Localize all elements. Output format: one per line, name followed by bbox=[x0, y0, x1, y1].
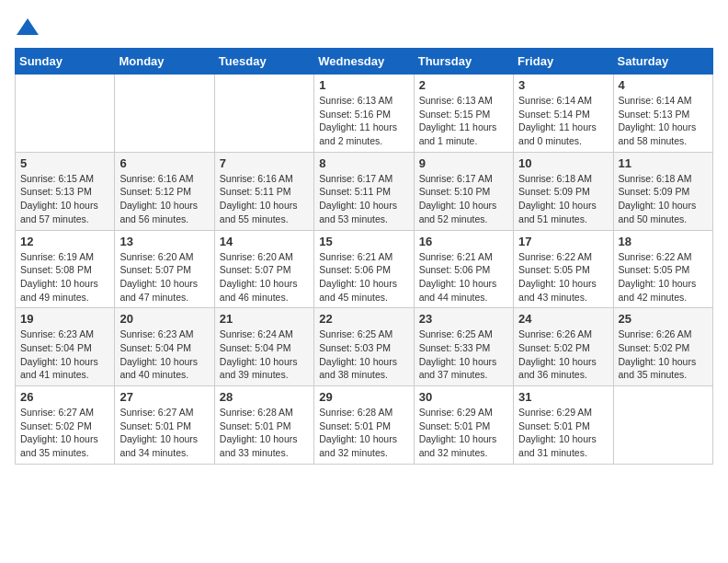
calendar-cell: 2Sunrise: 6:13 AM Sunset: 5:15 PM Daylig… bbox=[414, 75, 513, 153]
calendar-cell: 11Sunrise: 6:18 AM Sunset: 5:09 PM Dayli… bbox=[613, 152, 712, 230]
day-number: 12 bbox=[20, 235, 109, 248]
day-info: Sunrise: 6:25 AM Sunset: 5:03 PM Dayligh… bbox=[319, 327, 408, 382]
col-header-friday: Friday bbox=[514, 49, 613, 75]
col-header-sunday: Sunday bbox=[16, 49, 115, 75]
day-number: 2 bbox=[419, 78, 508, 92]
calendar-week-row: 19Sunrise: 6:23 AM Sunset: 5:04 PM Dayli… bbox=[16, 308, 713, 386]
day-number: 13 bbox=[119, 235, 209, 248]
calendar-cell: 20Sunrise: 6:23 AM Sunset: 5:04 PM Dayli… bbox=[115, 308, 214, 386]
day-number: 1 bbox=[319, 78, 408, 92]
calendar-cell: 25Sunrise: 6:26 AM Sunset: 5:02 PM Dayli… bbox=[613, 308, 712, 386]
day-number: 21 bbox=[220, 312, 309, 326]
calendar-cell bbox=[115, 75, 214, 153]
day-info: Sunrise: 6:15 AM Sunset: 5:13 PM Dayligh… bbox=[20, 172, 109, 226]
day-info: Sunrise: 6:26 AM Sunset: 5:02 PM Dayligh… bbox=[518, 327, 608, 382]
day-info: Sunrise: 6:17 AM Sunset: 5:11 PM Dayligh… bbox=[319, 172, 408, 226]
day-info: Sunrise: 6:23 AM Sunset: 5:04 PM Dayligh… bbox=[119, 327, 209, 382]
calendar-cell: 3Sunrise: 6:14 AM Sunset: 5:14 PM Daylig… bbox=[514, 75, 613, 153]
day-info: Sunrise: 6:16 AM Sunset: 5:11 PM Dayligh… bbox=[220, 172, 309, 226]
day-number: 3 bbox=[518, 78, 608, 92]
day-number: 16 bbox=[419, 235, 508, 248]
day-number: 8 bbox=[319, 156, 408, 170]
day-number: 28 bbox=[220, 390, 309, 404]
day-number: 6 bbox=[119, 156, 209, 170]
day-info: Sunrise: 6:13 AM Sunset: 5:16 PM Dayligh… bbox=[319, 94, 408, 148]
calendar-table: SundayMondayTuesdayWednesdayThursdayFrid… bbox=[15, 48, 713, 465]
calendar-cell: 17Sunrise: 6:22 AM Sunset: 5:05 PM Dayli… bbox=[514, 230, 613, 308]
logo bbox=[15, 15, 44, 40]
day-info: Sunrise: 6:28 AM Sunset: 5:01 PM Dayligh… bbox=[319, 406, 408, 460]
day-number: 30 bbox=[419, 390, 508, 404]
calendar-cell: 7Sunrise: 6:16 AM Sunset: 5:11 PM Daylig… bbox=[214, 152, 313, 230]
day-number: 31 bbox=[518, 390, 608, 404]
col-header-thursday: Thursday bbox=[414, 49, 513, 75]
calendar-cell: 10Sunrise: 6:18 AM Sunset: 5:09 PM Dayli… bbox=[514, 152, 613, 230]
calendar-week-row: 26Sunrise: 6:27 AM Sunset: 5:02 PM Dayli… bbox=[16, 386, 713, 465]
day-info: Sunrise: 6:29 AM Sunset: 5:01 PM Dayligh… bbox=[419, 406, 508, 460]
calendar-cell: 9Sunrise: 6:17 AM Sunset: 5:10 PM Daylig… bbox=[414, 152, 513, 230]
day-info: Sunrise: 6:29 AM Sunset: 5:01 PM Dayligh… bbox=[518, 406, 608, 460]
day-number: 11 bbox=[619, 156, 708, 170]
day-info: Sunrise: 6:14 AM Sunset: 5:14 PM Dayligh… bbox=[518, 94, 608, 148]
calendar-cell: 31Sunrise: 6:29 AM Sunset: 5:01 PM Dayli… bbox=[514, 386, 613, 465]
page-header bbox=[15, 15, 713, 40]
day-number: 23 bbox=[419, 312, 508, 326]
logo-icon bbox=[15, 15, 40, 40]
calendar-cell: 8Sunrise: 6:17 AM Sunset: 5:11 PM Daylig… bbox=[314, 152, 414, 230]
calendar-cell: 18Sunrise: 6:22 AM Sunset: 5:05 PM Dayli… bbox=[613, 230, 712, 308]
col-header-tuesday: Tuesday bbox=[214, 49, 313, 75]
calendar-cell: 21Sunrise: 6:24 AM Sunset: 5:04 PM Dayli… bbox=[214, 308, 313, 386]
day-number: 9 bbox=[419, 156, 508, 170]
day-number: 19 bbox=[20, 312, 109, 326]
col-header-monday: Monday bbox=[115, 49, 214, 75]
calendar-cell: 14Sunrise: 6:20 AM Sunset: 5:07 PM Dayli… bbox=[214, 230, 313, 308]
day-info: Sunrise: 6:19 AM Sunset: 5:08 PM Dayligh… bbox=[20, 250, 109, 304]
day-info: Sunrise: 6:26 AM Sunset: 5:02 PM Dayligh… bbox=[619, 327, 708, 382]
calendar-cell: 30Sunrise: 6:29 AM Sunset: 5:01 PM Dayli… bbox=[414, 386, 513, 465]
day-info: Sunrise: 6:13 AM Sunset: 5:15 PM Dayligh… bbox=[419, 94, 508, 148]
calendar-cell bbox=[613, 386, 712, 465]
day-info: Sunrise: 6:21 AM Sunset: 5:06 PM Dayligh… bbox=[419, 250, 508, 304]
day-info: Sunrise: 6:24 AM Sunset: 5:04 PM Dayligh… bbox=[220, 327, 309, 382]
calendar-cell: 24Sunrise: 6:26 AM Sunset: 5:02 PM Dayli… bbox=[514, 308, 613, 386]
day-info: Sunrise: 6:25 AM Sunset: 5:33 PM Dayligh… bbox=[419, 327, 508, 382]
calendar-cell: 1Sunrise: 6:13 AM Sunset: 5:16 PM Daylig… bbox=[314, 75, 414, 153]
day-info: Sunrise: 6:27 AM Sunset: 5:02 PM Dayligh… bbox=[20, 406, 109, 460]
calendar-cell: 16Sunrise: 6:21 AM Sunset: 5:06 PM Dayli… bbox=[414, 230, 513, 308]
day-number: 26 bbox=[20, 390, 109, 404]
day-number: 24 bbox=[518, 312, 608, 326]
calendar-cell: 6Sunrise: 6:16 AM Sunset: 5:12 PM Daylig… bbox=[115, 152, 214, 230]
calendar-week-row: 5Sunrise: 6:15 AM Sunset: 5:13 PM Daylig… bbox=[16, 152, 713, 230]
day-number: 14 bbox=[220, 235, 309, 248]
calendar-cell: 12Sunrise: 6:19 AM Sunset: 5:08 PM Dayli… bbox=[16, 230, 115, 308]
day-number: 18 bbox=[619, 235, 708, 248]
calendar-cell: 29Sunrise: 6:28 AM Sunset: 5:01 PM Dayli… bbox=[314, 386, 414, 465]
day-number: 4 bbox=[619, 78, 708, 92]
day-number: 10 bbox=[518, 156, 608, 170]
calendar-cell: 5Sunrise: 6:15 AM Sunset: 5:13 PM Daylig… bbox=[16, 152, 115, 230]
calendar-cell bbox=[16, 75, 115, 153]
calendar-cell: 22Sunrise: 6:25 AM Sunset: 5:03 PM Dayli… bbox=[314, 308, 414, 386]
day-info: Sunrise: 6:14 AM Sunset: 5:13 PM Dayligh… bbox=[619, 94, 708, 148]
day-info: Sunrise: 6:27 AM Sunset: 5:01 PM Dayligh… bbox=[119, 406, 209, 460]
calendar-cell bbox=[214, 75, 313, 153]
day-number: 27 bbox=[119, 390, 209, 404]
calendar-cell: 23Sunrise: 6:25 AM Sunset: 5:33 PM Dayli… bbox=[414, 308, 513, 386]
day-number: 25 bbox=[619, 312, 708, 326]
day-info: Sunrise: 6:28 AM Sunset: 5:01 PM Dayligh… bbox=[220, 406, 309, 460]
day-info: Sunrise: 6:20 AM Sunset: 5:07 PM Dayligh… bbox=[119, 250, 209, 304]
calendar-cell: 27Sunrise: 6:27 AM Sunset: 5:01 PM Dayli… bbox=[115, 386, 214, 465]
calendar-cell: 4Sunrise: 6:14 AM Sunset: 5:13 PM Daylig… bbox=[613, 75, 712, 153]
day-info: Sunrise: 6:17 AM Sunset: 5:10 PM Dayligh… bbox=[419, 172, 508, 226]
day-info: Sunrise: 6:21 AM Sunset: 5:06 PM Dayligh… bbox=[319, 250, 408, 304]
day-info: Sunrise: 6:22 AM Sunset: 5:05 PM Dayligh… bbox=[619, 250, 708, 304]
calendar-cell: 26Sunrise: 6:27 AM Sunset: 5:02 PM Dayli… bbox=[16, 386, 115, 465]
day-info: Sunrise: 6:20 AM Sunset: 5:07 PM Dayligh… bbox=[220, 250, 309, 304]
calendar-cell: 13Sunrise: 6:20 AM Sunset: 5:07 PM Dayli… bbox=[115, 230, 214, 308]
col-header-saturday: Saturday bbox=[613, 49, 712, 75]
day-number: 7 bbox=[220, 156, 309, 170]
day-number: 15 bbox=[319, 235, 408, 248]
calendar-cell: 28Sunrise: 6:28 AM Sunset: 5:01 PM Dayli… bbox=[214, 386, 313, 465]
day-info: Sunrise: 6:23 AM Sunset: 5:04 PM Dayligh… bbox=[20, 327, 109, 382]
svg-marker-0 bbox=[17, 18, 39, 35]
